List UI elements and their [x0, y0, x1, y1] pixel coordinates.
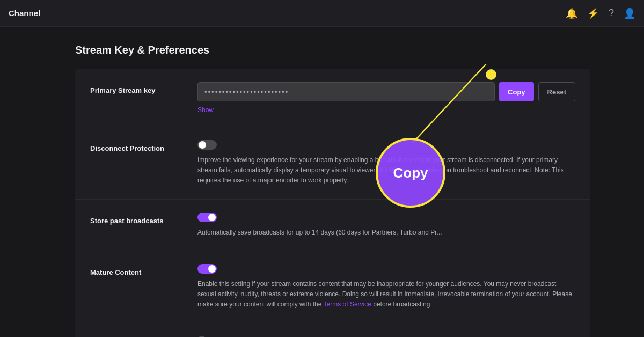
disconnect-protection-label: Disconnect Protection: [90, 140, 197, 152]
store-past-broadcasts-toggle[interactable]: [197, 213, 217, 222]
disconnect-protection-row: Disconnect Protection Improve the viewin…: [75, 127, 590, 200]
reset-button[interactable]: Reset: [538, 82, 575, 101]
show-stream-key-link[interactable]: Show: [197, 106, 214, 114]
bell-icon[interactable]: 🔔: [566, 8, 577, 19]
mature-content-toggle-container: [197, 264, 575, 274]
main-content: Stream Key & Preferences Primary Stream …: [0, 27, 590, 337]
user-icon[interactable]: 👤: [624, 8, 635, 19]
section-title: Stream Key & Preferences: [75, 44, 590, 56]
lightning-icon[interactable]: ⚡: [587, 8, 599, 19]
disconnect-protection-description: Improve the viewing experience for your …: [197, 155, 575, 186]
mature-content-description: Enable this setting if your stream conta…: [197, 279, 575, 310]
mature-content-label: Mature Content: [90, 264, 197, 276]
disconnect-protection-toggle[interactable]: [197, 140, 217, 150]
store-past-broadcasts-description: Automatically save broadcasts for up to …: [197, 228, 575, 238]
top-nav: Channel 🔔 ⚡ ? 👤: [0, 0, 644, 27]
mature-content-toggle[interactable]: [197, 264, 217, 274]
disconnect-protection-control: Improve the viewing experience for your …: [197, 140, 575, 186]
stream-key-label: Primary Stream key: [90, 82, 197, 94]
disconnect-toggle-container: [197, 140, 575, 150]
store-past-broadcasts-row: Store past broadcasts Automatically save…: [75, 200, 590, 251]
stream-key-row: Primary Stream key Copy Reset Show: [75, 69, 590, 127]
store-past-broadcasts-control: Automatically save broadcasts for up to …: [197, 213, 575, 238]
mature-content-row: Mature Content Enable this setting if yo…: [75, 251, 590, 324]
nav-icons: 🔔 ⚡ ? 👤: [566, 8, 635, 19]
latency-mode-row: Latency mode Low latency: Best for near …: [75, 323, 590, 337]
stream-key-input-row: Copy Reset: [197, 82, 575, 101]
stream-key-input[interactable]: [197, 82, 495, 101]
settings-card: Primary Stream key Copy Reset Show Disco…: [75, 69, 590, 337]
store-broadcasts-toggle-container: [197, 213, 575, 222]
terms-of-service-link[interactable]: Terms of Service: [324, 301, 371, 308]
store-past-broadcasts-label: Store past broadcasts: [90, 213, 197, 225]
copy-button[interactable]: Copy: [499, 82, 534, 101]
help-icon[interactable]: ?: [609, 8, 614, 19]
mature-content-control: Enable this setting if your stream conta…: [197, 264, 575, 310]
stream-key-control: Copy Reset Show: [197, 82, 575, 114]
page-title: Channel: [9, 9, 40, 18]
